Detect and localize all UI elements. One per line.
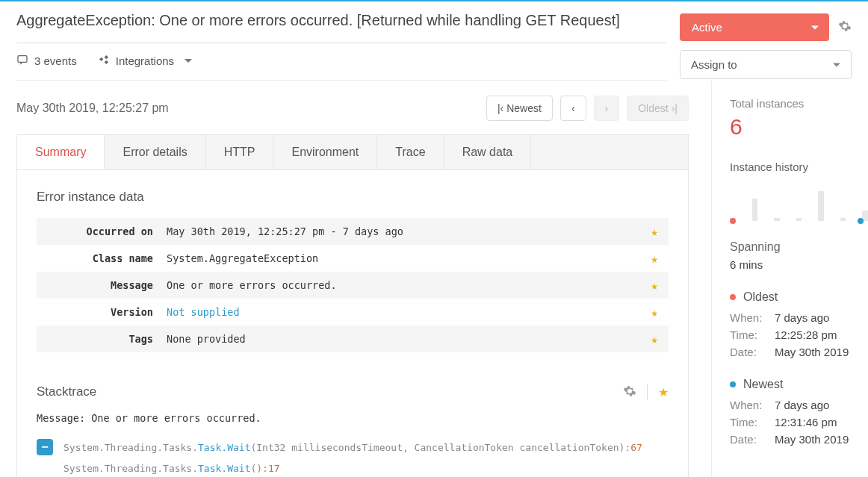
- integrations-menu[interactable]: Integrations: [98, 54, 192, 68]
- integrations-label: Integrations: [116, 54, 174, 67]
- newest-legend: Newest: [730, 378, 868, 391]
- history-bar: [796, 218, 802, 221]
- stacktrace-frames: −System.Threading.Tasks.Task.Wait(Int32 …: [37, 439, 669, 474]
- oldest-dot-icon: [730, 218, 736, 224]
- chevron-down-icon: [185, 59, 192, 63]
- star-icon[interactable]: ★: [651, 252, 658, 266]
- next-button: ›: [594, 96, 620, 121]
- newest-when: 7 days ago: [775, 399, 829, 411]
- table-row: Occurred onMay 30th 2019, 12:25:27 pm - …: [37, 218, 669, 245]
- history-bar: [818, 191, 824, 221]
- frame-text: System.Threading.Tasks.Task.Wait():17: [63, 463, 280, 474]
- gear-icon[interactable]: [838, 19, 852, 35]
- status-dropdown[interactable]: Active: [680, 13, 829, 41]
- newest-time: 12:31:46 pm: [775, 416, 837, 428]
- table-row: VersionNot supplied★: [37, 299, 669, 325]
- section-stacktrace-title: Stacktrace: [37, 384, 96, 399]
- oldest-button: Oldest ›|: [627, 96, 689, 121]
- frame-text: System.Threading.Tasks.Task.Wait(Int32 m…: [63, 442, 642, 453]
- page-title: AggregateException: One or more errors o…: [16, 12, 666, 43]
- newest-date: May 30th 2019: [775, 433, 849, 446]
- history-bar: [840, 218, 846, 221]
- kv-label: Occurred on: [47, 225, 167, 237]
- kv-label: Tags: [47, 333, 167, 345]
- star-icon[interactable]: ★: [651, 225, 658, 239]
- newest-title: Newest: [743, 378, 783, 391]
- star-icon[interactable]: ★: [651, 305, 658, 319]
- dot-icon: [730, 294, 736, 300]
- total-instances-label: Total instances: [730, 97, 868, 110]
- oldest-when: 7 days ago: [775, 311, 829, 324]
- oldest-time: 12:25:28 pm: [775, 328, 837, 341]
- instance-timestamp: May 30th 2019, 12:25:27 pm: [16, 102, 169, 115]
- tab-summary[interactable]: Summary: [17, 135, 105, 169]
- date-label: Date:: [730, 433, 767, 446]
- spanning-label: Spanning: [730, 240, 868, 254]
- kv-label: Message: [47, 279, 167, 291]
- plug-icon: [98, 54, 110, 68]
- tab-trace[interactable]: Trace: [377, 135, 444, 169]
- kv-label: Class name: [47, 252, 167, 264]
- chevron-left-icon: ‹: [571, 102, 575, 114]
- chevron-down-icon: [833, 63, 840, 66]
- instance-history-label: Instance history: [730, 160, 868, 173]
- prev-button[interactable]: ‹: [560, 96, 586, 121]
- kv-label: Version: [47, 306, 167, 318]
- chevron-down-icon: [811, 25, 819, 29]
- history-bar: [774, 218, 780, 221]
- collapse-toggle[interactable]: −: [37, 439, 53, 455]
- section-error-instance-title: Error instance data: [37, 190, 669, 205]
- when-label: When:: [730, 311, 767, 324]
- tab-raw-data[interactable]: Raw data: [444, 135, 532, 169]
- total-instances-value: 6: [730, 114, 868, 140]
- newest-dot-icon: [858, 218, 864, 224]
- assign-label: Assign to: [691, 58, 737, 71]
- star-icon[interactable]: ★: [651, 278, 658, 293]
- stack-frame: System.Threading.Tasks.Task.Wait():17: [37, 463, 669, 474]
- time-label: Time:: [730, 416, 767, 428]
- kv-value: May 30th 2019, 12:25:27 pm - 7 days ago: [167, 225, 403, 237]
- star-icon[interactable]: ★: [658, 385, 669, 399]
- table-row: MessageOne or more errors occurred.★: [37, 272, 669, 299]
- gear-icon[interactable]: [623, 384, 636, 400]
- events-count-label: 3 events: [34, 54, 77, 67]
- oldest-title: Oldest: [743, 290, 778, 304]
- oldest-legend: Oldest: [730, 290, 868, 304]
- assign-dropdown[interactable]: Assign to: [680, 50, 852, 79]
- error-instance-table: Occurred onMay 30th 2019, 12:25:27 pm - …: [37, 218, 669, 352]
- date-label: Date:: [730, 346, 767, 358]
- pager: |‹ Newest ‹ › Oldest ›|: [486, 96, 689, 121]
- last-page-icon: ›|: [672, 102, 678, 114]
- table-row: TagsNone provided★: [37, 325, 669, 352]
- kv-value[interactable]: Not supplied: [167, 306, 240, 318]
- comment-icon: [16, 54, 28, 68]
- spanning-value: 6 mins: [730, 258, 868, 271]
- oldest-date: May 30th 2019: [775, 346, 849, 358]
- tab-http[interactable]: HTTP: [206, 135, 274, 169]
- dot-icon: [730, 381, 736, 387]
- history-bar: [752, 199, 758, 221]
- chevron-right-icon: ›: [605, 102, 609, 114]
- newest-label: Newest: [506, 102, 542, 114]
- first-page-icon: |‹: [497, 102, 503, 114]
- stack-frame: −System.Threading.Tasks.Task.Wait(Int32 …: [37, 439, 669, 455]
- divider: [647, 384, 648, 400]
- instance-history-chart: [730, 185, 868, 221]
- status-label: Active: [692, 21, 722, 34]
- time-label: Time:: [730, 328, 767, 341]
- when-label: When:: [730, 399, 767, 411]
- table-row: Class nameSystem.AggregateException★: [37, 245, 669, 272]
- tab-bar: SummaryError detailsHTTPEnvironmentTrace…: [16, 134, 689, 169]
- kv-value: System.AggregateException: [167, 252, 318, 264]
- tab-error-details[interactable]: Error details: [105, 135, 205, 169]
- newest-button[interactable]: |‹ Newest: [486, 96, 553, 121]
- svg-rect-0: [18, 56, 27, 63]
- oldest-label: Oldest: [638, 102, 668, 114]
- star-icon[interactable]: ★: [651, 332, 658, 346]
- kv-value: None provided: [167, 333, 246, 345]
- kv-value: One or more errors occurred.: [167, 279, 337, 291]
- events-count[interactable]: 3 events: [16, 54, 77, 68]
- stacktrace-message: Message: One or more errors occurred.: [37, 412, 669, 424]
- tab-environment[interactable]: Environment: [273, 135, 377, 169]
